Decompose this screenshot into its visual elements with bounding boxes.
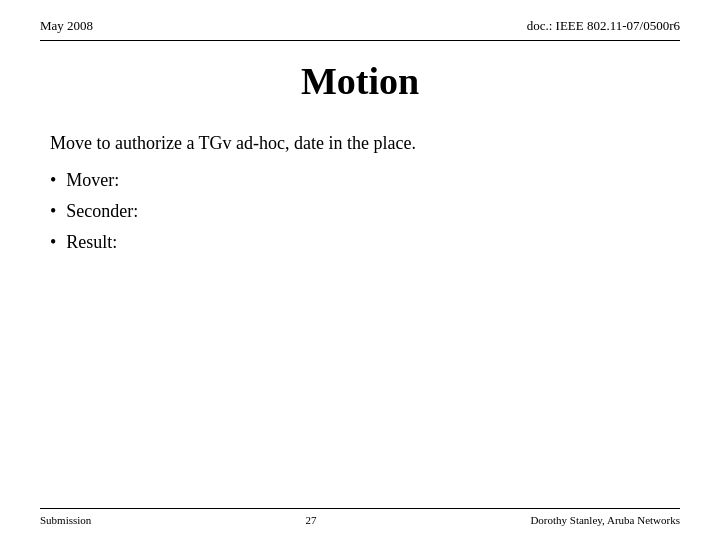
title-section: Motion [40, 59, 680, 103]
intro-text: Move to authorize a TGv ad-hoc, date in … [50, 133, 670, 154]
header-doc-id: doc.: IEEE 802.11-07/0500r6 [527, 18, 680, 34]
list-item: Seconder: [50, 201, 670, 222]
footer-page-number: 27 [305, 514, 316, 526]
bullet-result: Result: [66, 232, 117, 253]
content-section: Move to authorize a TGv ad-hoc, date in … [40, 133, 680, 253]
footer-author: Dorothy Stanley, Aruba Networks [530, 514, 680, 526]
bullet-list: Mover: Seconder: Result: [50, 170, 670, 253]
bullet-mover: Mover: [66, 170, 119, 191]
header-date: May 2008 [40, 18, 93, 34]
slide-footer: Submission 27 Dorothy Stanley, Aruba Net… [40, 508, 680, 526]
bullet-seconder: Seconder: [66, 201, 138, 222]
slide-title: Motion [40, 59, 680, 103]
slide-header: May 2008 doc.: IEEE 802.11-07/0500r6 [40, 18, 680, 41]
list-item: Mover: [50, 170, 670, 191]
footer-submission: Submission [40, 514, 91, 526]
list-item: Result: [50, 232, 670, 253]
slide-container: May 2008 doc.: IEEE 802.11-07/0500r6 Mot… [0, 0, 720, 540]
